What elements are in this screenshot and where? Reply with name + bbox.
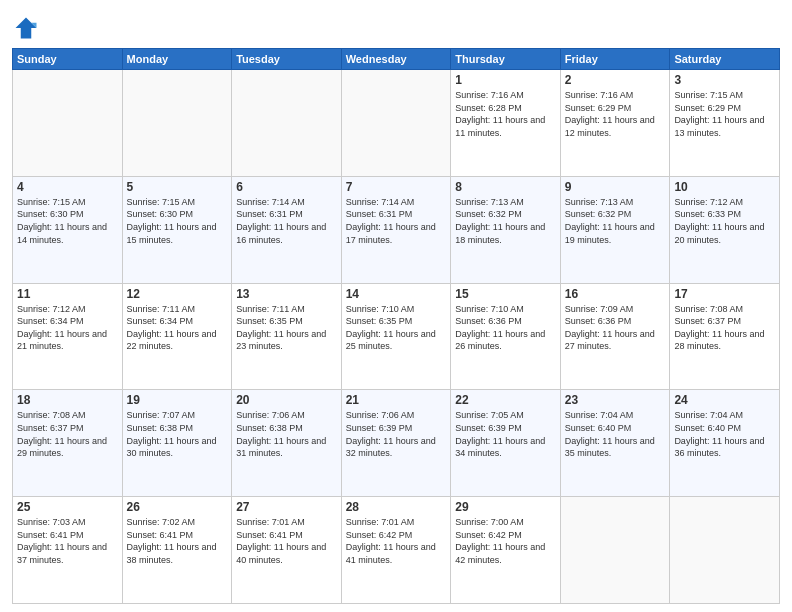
day-info: Sunrise: 7:03 AMSunset: 6:41 PMDaylight:… bbox=[17, 516, 118, 566]
day-cell: 18Sunrise: 7:08 AMSunset: 6:37 PMDayligh… bbox=[13, 390, 123, 497]
day-cell: 27Sunrise: 7:01 AMSunset: 6:41 PMDayligh… bbox=[232, 497, 342, 604]
header bbox=[12, 10, 780, 42]
day-number: 28 bbox=[346, 500, 447, 514]
day-number: 4 bbox=[17, 180, 118, 194]
day-info: Sunrise: 7:04 AMSunset: 6:40 PMDaylight:… bbox=[565, 409, 666, 459]
day-info: Sunrise: 7:08 AMSunset: 6:37 PMDaylight:… bbox=[674, 303, 775, 353]
day-cell: 6Sunrise: 7:14 AMSunset: 6:31 PMDaylight… bbox=[232, 176, 342, 283]
week-row-3: 11Sunrise: 7:12 AMSunset: 6:34 PMDayligh… bbox=[13, 283, 780, 390]
day-number: 6 bbox=[236, 180, 337, 194]
day-cell: 24Sunrise: 7:04 AMSunset: 6:40 PMDayligh… bbox=[670, 390, 780, 497]
day-number: 19 bbox=[127, 393, 228, 407]
day-info: Sunrise: 7:00 AMSunset: 6:42 PMDaylight:… bbox=[455, 516, 556, 566]
day-number: 11 bbox=[17, 287, 118, 301]
logo bbox=[12, 14, 42, 42]
day-cell: 21Sunrise: 7:06 AMSunset: 6:39 PMDayligh… bbox=[341, 390, 451, 497]
day-cell: 11Sunrise: 7:12 AMSunset: 6:34 PMDayligh… bbox=[13, 283, 123, 390]
day-info: Sunrise: 7:14 AMSunset: 6:31 PMDaylight:… bbox=[236, 196, 337, 246]
day-number: 2 bbox=[565, 73, 666, 87]
day-cell: 2Sunrise: 7:16 AMSunset: 6:29 PMDaylight… bbox=[560, 70, 670, 177]
day-info: Sunrise: 7:02 AMSunset: 6:41 PMDaylight:… bbox=[127, 516, 228, 566]
day-number: 22 bbox=[455, 393, 556, 407]
day-cell: 25Sunrise: 7:03 AMSunset: 6:41 PMDayligh… bbox=[13, 497, 123, 604]
day-cell bbox=[13, 70, 123, 177]
weekday-header-row: SundayMondayTuesdayWednesdayThursdayFrid… bbox=[13, 49, 780, 70]
day-number: 1 bbox=[455, 73, 556, 87]
day-info: Sunrise: 7:15 AMSunset: 6:30 PMDaylight:… bbox=[127, 196, 228, 246]
day-cell: 3Sunrise: 7:15 AMSunset: 6:29 PMDaylight… bbox=[670, 70, 780, 177]
day-cell: 20Sunrise: 7:06 AMSunset: 6:38 PMDayligh… bbox=[232, 390, 342, 497]
day-cell: 23Sunrise: 7:04 AMSunset: 6:40 PMDayligh… bbox=[560, 390, 670, 497]
weekday-header-tuesday: Tuesday bbox=[232, 49, 342, 70]
week-row-2: 4Sunrise: 7:15 AMSunset: 6:30 PMDaylight… bbox=[13, 176, 780, 283]
day-info: Sunrise: 7:09 AMSunset: 6:36 PMDaylight:… bbox=[565, 303, 666, 353]
day-cell: 22Sunrise: 7:05 AMSunset: 6:39 PMDayligh… bbox=[451, 390, 561, 497]
day-cell: 7Sunrise: 7:14 AMSunset: 6:31 PMDaylight… bbox=[341, 176, 451, 283]
day-cell: 4Sunrise: 7:15 AMSunset: 6:30 PMDaylight… bbox=[13, 176, 123, 283]
day-info: Sunrise: 7:01 AMSunset: 6:41 PMDaylight:… bbox=[236, 516, 337, 566]
weekday-header-monday: Monday bbox=[122, 49, 232, 70]
day-number: 21 bbox=[346, 393, 447, 407]
day-info: Sunrise: 7:13 AMSunset: 6:32 PMDaylight:… bbox=[455, 196, 556, 246]
day-info: Sunrise: 7:08 AMSunset: 6:37 PMDaylight:… bbox=[17, 409, 118, 459]
day-info: Sunrise: 7:15 AMSunset: 6:29 PMDaylight:… bbox=[674, 89, 775, 139]
day-number: 26 bbox=[127, 500, 228, 514]
day-number: 10 bbox=[674, 180, 775, 194]
day-cell: 28Sunrise: 7:01 AMSunset: 6:42 PMDayligh… bbox=[341, 497, 451, 604]
day-number: 13 bbox=[236, 287, 337, 301]
day-cell: 8Sunrise: 7:13 AMSunset: 6:32 PMDaylight… bbox=[451, 176, 561, 283]
day-number: 8 bbox=[455, 180, 556, 194]
day-info: Sunrise: 7:01 AMSunset: 6:42 PMDaylight:… bbox=[346, 516, 447, 566]
svg-marker-0 bbox=[16, 18, 37, 39]
day-info: Sunrise: 7:06 AMSunset: 6:38 PMDaylight:… bbox=[236, 409, 337, 459]
day-cell: 17Sunrise: 7:08 AMSunset: 6:37 PMDayligh… bbox=[670, 283, 780, 390]
day-number: 9 bbox=[565, 180, 666, 194]
day-info: Sunrise: 7:11 AMSunset: 6:34 PMDaylight:… bbox=[127, 303, 228, 353]
weekday-header-wednesday: Wednesday bbox=[341, 49, 451, 70]
logo-icon bbox=[12, 14, 40, 42]
day-number: 5 bbox=[127, 180, 228, 194]
day-number: 16 bbox=[565, 287, 666, 301]
day-info: Sunrise: 7:16 AMSunset: 6:28 PMDaylight:… bbox=[455, 89, 556, 139]
day-cell: 13Sunrise: 7:11 AMSunset: 6:35 PMDayligh… bbox=[232, 283, 342, 390]
day-info: Sunrise: 7:12 AMSunset: 6:34 PMDaylight:… bbox=[17, 303, 118, 353]
day-cell: 29Sunrise: 7:00 AMSunset: 6:42 PMDayligh… bbox=[451, 497, 561, 604]
day-info: Sunrise: 7:14 AMSunset: 6:31 PMDaylight:… bbox=[346, 196, 447, 246]
day-cell: 12Sunrise: 7:11 AMSunset: 6:34 PMDayligh… bbox=[122, 283, 232, 390]
day-info: Sunrise: 7:10 AMSunset: 6:36 PMDaylight:… bbox=[455, 303, 556, 353]
weekday-header-sunday: Sunday bbox=[13, 49, 123, 70]
day-number: 23 bbox=[565, 393, 666, 407]
week-row-1: 1Sunrise: 7:16 AMSunset: 6:28 PMDaylight… bbox=[13, 70, 780, 177]
week-row-5: 25Sunrise: 7:03 AMSunset: 6:41 PMDayligh… bbox=[13, 497, 780, 604]
day-number: 7 bbox=[346, 180, 447, 194]
day-cell: 19Sunrise: 7:07 AMSunset: 6:38 PMDayligh… bbox=[122, 390, 232, 497]
day-cell bbox=[232, 70, 342, 177]
day-number: 12 bbox=[127, 287, 228, 301]
day-cell: 5Sunrise: 7:15 AMSunset: 6:30 PMDaylight… bbox=[122, 176, 232, 283]
day-cell: 26Sunrise: 7:02 AMSunset: 6:41 PMDayligh… bbox=[122, 497, 232, 604]
day-number: 3 bbox=[674, 73, 775, 87]
day-cell: 1Sunrise: 7:16 AMSunset: 6:28 PMDaylight… bbox=[451, 70, 561, 177]
day-number: 14 bbox=[346, 287, 447, 301]
weekday-header-friday: Friday bbox=[560, 49, 670, 70]
day-info: Sunrise: 7:07 AMSunset: 6:38 PMDaylight:… bbox=[127, 409, 228, 459]
day-cell: 9Sunrise: 7:13 AMSunset: 6:32 PMDaylight… bbox=[560, 176, 670, 283]
day-cell bbox=[122, 70, 232, 177]
day-info: Sunrise: 7:10 AMSunset: 6:35 PMDaylight:… bbox=[346, 303, 447, 353]
day-number: 20 bbox=[236, 393, 337, 407]
day-cell: 14Sunrise: 7:10 AMSunset: 6:35 PMDayligh… bbox=[341, 283, 451, 390]
weekday-header-saturday: Saturday bbox=[670, 49, 780, 70]
day-cell: 10Sunrise: 7:12 AMSunset: 6:33 PMDayligh… bbox=[670, 176, 780, 283]
day-info: Sunrise: 7:16 AMSunset: 6:29 PMDaylight:… bbox=[565, 89, 666, 139]
weekday-header-thursday: Thursday bbox=[451, 49, 561, 70]
day-cell bbox=[341, 70, 451, 177]
day-cell: 16Sunrise: 7:09 AMSunset: 6:36 PMDayligh… bbox=[560, 283, 670, 390]
day-cell bbox=[670, 497, 780, 604]
day-number: 25 bbox=[17, 500, 118, 514]
day-info: Sunrise: 7:05 AMSunset: 6:39 PMDaylight:… bbox=[455, 409, 556, 459]
day-info: Sunrise: 7:11 AMSunset: 6:35 PMDaylight:… bbox=[236, 303, 337, 353]
day-number: 18 bbox=[17, 393, 118, 407]
day-number: 24 bbox=[674, 393, 775, 407]
day-info: Sunrise: 7:15 AMSunset: 6:30 PMDaylight:… bbox=[17, 196, 118, 246]
day-info: Sunrise: 7:04 AMSunset: 6:40 PMDaylight:… bbox=[674, 409, 775, 459]
